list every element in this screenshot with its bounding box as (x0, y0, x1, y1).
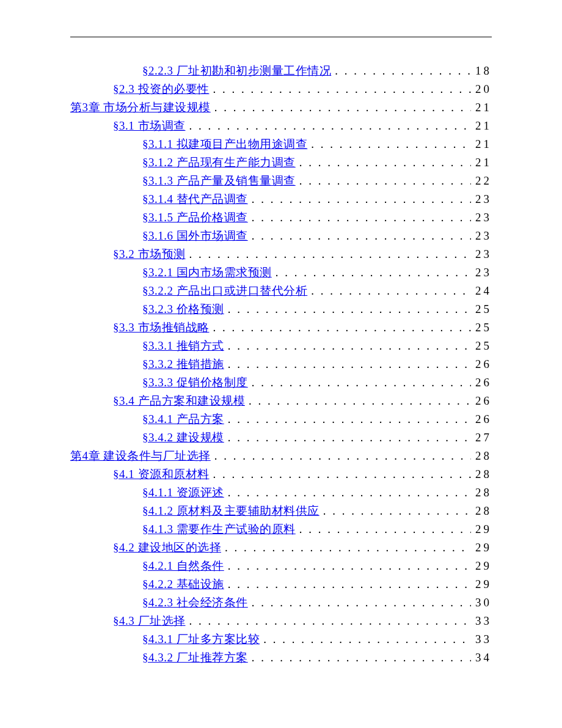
toc-leader-dots (224, 355, 471, 373)
toc-entry: §3.3.1 推销方式25 (70, 337, 492, 355)
toc-link[interactable]: §3.1 市场调查 (113, 117, 186, 135)
toc-entry: §3.3.2 推销措施26 (70, 355, 492, 373)
toc-leader-dots (272, 263, 471, 282)
toc-leader-dots (186, 245, 472, 263)
toc-page-number: 30 (471, 594, 492, 612)
toc-leader-dots (186, 612, 472, 630)
toc-leader-dots (307, 282, 471, 300)
toc-leader-dots (224, 575, 471, 594)
toc-page-number: 28 (471, 447, 492, 465)
toc-leader-dots (319, 502, 471, 520)
toc-link[interactable]: §4.2 建设地区的选择 (113, 539, 221, 557)
toc-leader-dots (307, 135, 471, 153)
header-rule (70, 37, 492, 37)
toc-leader-dots (260, 630, 471, 649)
toc-entry: §3.4 产品方案和建设规模26 (70, 392, 492, 410)
toc-entry: §4.1.1 资源评述28 (70, 483, 492, 502)
toc-entry: §3.1.1 拟建项目产出物用途调查21 (70, 135, 492, 153)
toc-page-number: 18 (471, 62, 492, 80)
toc-link[interactable]: §4.1.2 原材料及主要辅助材料供应 (142, 502, 319, 520)
toc-link[interactable]: §4.2.1 自然条件 (142, 557, 224, 575)
toc-entry: §2.3 投资的必要性20 (70, 80, 492, 98)
toc-leader-dots (224, 428, 471, 447)
toc-leader-dots (248, 373, 471, 392)
toc-leader-dots (331, 62, 471, 80)
toc-page-number: 28 (471, 502, 492, 520)
toc-leader-dots (245, 392, 471, 410)
toc-link[interactable]: 第4章 建设条件与厂址选择 (70, 447, 211, 465)
toc-link[interactable]: §4.2.2 基础设施 (142, 575, 224, 594)
toc-link[interactable]: §3.1.6 国外市场调查 (142, 227, 248, 245)
toc-link[interactable]: §3.3.3 促销价格制度 (142, 373, 248, 392)
toc-page-number: 28 (471, 465, 492, 483)
toc-leader-dots (248, 594, 471, 612)
toc-link[interactable]: §4.2.3 社会经济条件 (142, 594, 248, 612)
toc-leader-dots (248, 649, 471, 667)
toc-link[interactable]: §3.1.3 产品产量及销售量调查 (142, 172, 296, 190)
toc-link[interactable]: §3.4.2 建设规模 (142, 428, 224, 447)
toc-page-number: 29 (471, 575, 492, 594)
toc-leader-dots (210, 465, 472, 483)
toc-leader-dots (186, 117, 472, 135)
toc-page-number: 26 (471, 410, 492, 428)
toc-page-number: 21 (471, 153, 492, 172)
toc-link[interactable]: §3.3.2 推销措施 (142, 355, 224, 373)
table-of-contents: §2.2.3 厂址初勘和初步测量工作情况18§2.3 投资的必要性20第3章 市… (70, 62, 492, 667)
toc-link[interactable]: §3.2.3 价格预测 (142, 300, 224, 318)
toc-link[interactable]: §3.3 市场推销战略 (113, 318, 210, 337)
toc-entry: §3.1.6 国外市场调查23 (70, 227, 492, 245)
toc-entry: §4.2.2 基础设施29 (70, 575, 492, 594)
toc-link[interactable]: §4.1.3 需要作生产试验的原料 (142, 520, 296, 539)
toc-link[interactable]: 第3章 市场分析与建设规模 (70, 98, 211, 117)
toc-entry: 第3章 市场分析与建设规模21 (70, 98, 492, 117)
toc-link[interactable]: §3.2.2 产品出口或进口替代分析 (142, 282, 307, 300)
toc-entry: §4.2.3 社会经济条件30 (70, 594, 492, 612)
toc-page-number: 26 (471, 392, 492, 410)
toc-link[interactable]: §4.1 资源和原材料 (113, 465, 210, 483)
toc-link[interactable]: §3.2.1 国内市场需求预测 (142, 263, 272, 282)
toc-link[interactable]: §3.1.5 产品价格调查 (142, 208, 248, 227)
toc-page-number: 21 (471, 135, 492, 153)
toc-page-number: 23 (471, 263, 492, 282)
toc-page-number: 23 (471, 208, 492, 227)
toc-page-number: 21 (471, 117, 492, 135)
toc-leader-dots (296, 520, 471, 539)
toc-page-number: 34 (471, 649, 492, 667)
toc-entry: §3.4.1 产品方案26 (70, 410, 492, 428)
toc-entry: §3.2.1 国内市场需求预测23 (70, 263, 492, 282)
toc-entry: §4.3 厂址选择33 (70, 612, 492, 630)
toc-link[interactable]: §3.1.1 拟建项目产出物用途调查 (142, 135, 307, 153)
toc-link[interactable]: §4.3 厂址选择 (113, 612, 186, 630)
toc-page-number: 26 (471, 355, 492, 373)
toc-entry: §4.3.1 厂址多方案比较33 (70, 630, 492, 649)
toc-link[interactable]: §3.1.2 产品现有生产能力调查 (142, 153, 296, 172)
toc-link[interactable]: §2.2.3 厂址初勘和初步测量工作情况 (142, 62, 331, 80)
toc-link[interactable]: §3.2 市场预测 (113, 245, 186, 263)
toc-entry: §2.2.3 厂址初勘和初步测量工作情况18 (70, 62, 492, 80)
toc-link[interactable]: §2.3 投资的必要性 (113, 80, 210, 98)
toc-link[interactable]: §3.1.4 替代产品调查 (142, 190, 248, 208)
toc-leader-dots (224, 557, 471, 575)
toc-leader-dots (210, 318, 472, 337)
toc-leader-dots (248, 227, 471, 245)
toc-link[interactable]: §4.1.1 资源评述 (142, 483, 224, 502)
toc-leader-dots (248, 190, 471, 208)
toc-page-number: 21 (471, 98, 492, 117)
toc-link[interactable]: §3.3.1 推销方式 (142, 337, 224, 355)
toc-leader-dots (221, 539, 471, 557)
toc-page-number: 33 (471, 612, 492, 630)
toc-link[interactable]: §4.3.1 厂址多方案比较 (142, 630, 260, 649)
toc-page-number: 33 (471, 630, 492, 649)
toc-entry: §4.2 建设地区的选择29 (70, 539, 492, 557)
toc-link[interactable]: §3.4.1 产品方案 (142, 410, 224, 428)
toc-page-number: 25 (471, 318, 492, 337)
toc-entry: §4.3.2 厂址推荐方案34 (70, 649, 492, 667)
toc-page-number: 24 (471, 282, 492, 300)
toc-page-number: 28 (471, 483, 492, 502)
toc-page-number: 23 (471, 245, 492, 263)
toc-page-number: 29 (471, 557, 492, 575)
toc-link[interactable]: §4.3.2 厂址推荐方案 (142, 649, 248, 667)
toc-page-number: 25 (471, 300, 492, 318)
toc-link[interactable]: §3.4 产品方案和建设规模 (113, 392, 245, 410)
toc-leader-dots (248, 208, 471, 227)
